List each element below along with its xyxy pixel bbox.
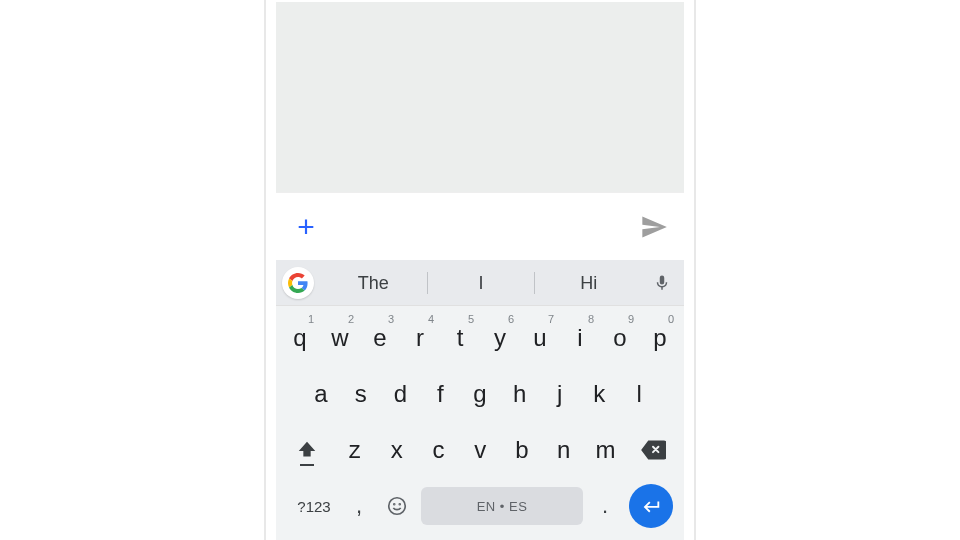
key-label: b	[515, 436, 528, 464]
key-row-3: z x c v b n m	[280, 424, 680, 476]
key-label: i	[577, 324, 582, 352]
svg-point-1	[394, 504, 395, 505]
key-hint: 7	[548, 313, 554, 325]
key-label: c	[432, 436, 444, 464]
key-label: q	[293, 324, 306, 352]
key-hint: 3	[388, 313, 394, 325]
key-t[interactable]: 5t	[441, 312, 479, 364]
key-label: m	[595, 436, 615, 464]
add-button[interactable]: +	[288, 209, 324, 245]
keyboard: 1q 2w 3e 4r 5t 6y 7u 8i 9o 0p a s d f g …	[276, 305, 684, 540]
key-label: s	[355, 380, 367, 408]
key-r[interactable]: 4r	[401, 312, 439, 364]
key-d[interactable]: d	[382, 368, 420, 420]
symbols-key[interactable]: ?123	[287, 484, 341, 528]
key-s[interactable]: s	[342, 368, 380, 420]
voice-input-button[interactable]	[646, 267, 678, 299]
key-label: u	[533, 324, 546, 352]
key-row-2: a s d f g h j k l	[280, 368, 680, 420]
backspace-icon	[640, 437, 666, 463]
enter-key[interactable]	[629, 484, 673, 528]
key-o[interactable]: 9o	[601, 312, 639, 364]
phone-frame: + The I Hi 1q 2w 3e 4r 5t	[264, 0, 696, 540]
suggestion-3[interactable]: Hi	[535, 270, 642, 296]
key-i[interactable]: 8i	[561, 312, 599, 364]
key-z[interactable]: z	[335, 424, 375, 476]
key-l[interactable]: l	[620, 368, 658, 420]
key-label: d	[394, 380, 407, 408]
key-m[interactable]: m	[586, 424, 626, 476]
key-f[interactable]: f	[421, 368, 459, 420]
shift-icon	[296, 439, 318, 461]
key-row-1: 1q 2w 3e 4r 5t 6y 7u 8i 9o 0p	[280, 312, 680, 364]
key-hint: 2	[348, 313, 354, 325]
key-a[interactable]: a	[302, 368, 340, 420]
send-icon	[640, 213, 668, 241]
key-label: p	[653, 324, 666, 352]
key-label: r	[416, 324, 424, 352]
key-y[interactable]: 6y	[481, 312, 519, 364]
key-label: k	[593, 380, 605, 408]
key-label: n	[557, 436, 570, 464]
svg-point-0	[389, 498, 406, 515]
key-label: l	[636, 380, 641, 408]
key-hint: 8	[588, 313, 594, 325]
key-c[interactable]: c	[419, 424, 459, 476]
key-label: e	[373, 324, 386, 352]
key-b[interactable]: b	[502, 424, 542, 476]
key-w[interactable]: 2w	[321, 312, 359, 364]
key-label: a	[314, 380, 327, 408]
comma-key[interactable]: ,	[341, 484, 377, 528]
key-label: f	[437, 380, 444, 408]
emoji-key[interactable]	[377, 484, 417, 528]
emoji-icon	[386, 495, 408, 517]
key-hint: 5	[468, 313, 474, 325]
key-p[interactable]: 0p	[641, 312, 679, 364]
period-key[interactable]: .	[587, 484, 623, 528]
svg-point-2	[399, 504, 400, 505]
google-search-button[interactable]	[282, 267, 314, 299]
enter-icon	[640, 495, 662, 517]
send-button[interactable]	[636, 209, 672, 245]
key-label: z	[349, 436, 361, 464]
key-n[interactable]: n	[544, 424, 584, 476]
key-hint: 9	[628, 313, 634, 325]
suggestion-1[interactable]: The	[320, 270, 427, 296]
key-h[interactable]: h	[501, 368, 539, 420]
shift-key[interactable]	[281, 424, 333, 476]
key-label: x	[391, 436, 403, 464]
key-label: j	[557, 380, 562, 408]
key-v[interactable]: v	[460, 424, 500, 476]
key-label: t	[457, 324, 464, 352]
key-label: v	[474, 436, 486, 464]
backspace-key[interactable]	[627, 424, 679, 476]
key-label: g	[473, 380, 486, 408]
key-k[interactable]: k	[580, 368, 618, 420]
message-area	[276, 2, 684, 192]
key-label: h	[513, 380, 526, 408]
key-g[interactable]: g	[461, 368, 499, 420]
key-hint: 1	[308, 313, 314, 325]
key-hint: 0	[668, 313, 674, 325]
microphone-icon	[653, 274, 671, 292]
key-label: o	[613, 324, 626, 352]
compose-bar: +	[276, 192, 684, 260]
space-key[interactable]: EN • ES	[421, 487, 583, 525]
suggestion-bar: The I Hi	[276, 260, 684, 305]
shift-underline	[300, 464, 314, 466]
key-label: y	[494, 324, 506, 352]
google-g-icon	[288, 273, 308, 293]
key-e[interactable]: 3e	[361, 312, 399, 364]
key-x[interactable]: x	[377, 424, 417, 476]
key-hint: 6	[508, 313, 514, 325]
key-label: w	[331, 324, 348, 352]
key-row-4: ?123 , EN • ES .	[280, 480, 680, 532]
key-hint: 4	[428, 313, 434, 325]
key-j[interactable]: j	[541, 368, 579, 420]
key-q[interactable]: 1q	[281, 312, 319, 364]
key-u[interactable]: 7u	[521, 312, 559, 364]
suggestion-2[interactable]: I	[428, 270, 535, 296]
